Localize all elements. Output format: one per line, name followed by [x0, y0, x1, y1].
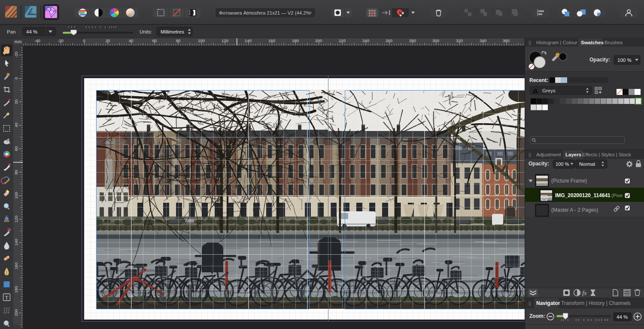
svg-text:Navigator: Navigator	[536, 300, 560, 306]
svg-text:20: 20	[106, 38, 110, 43]
svg-text:360: 360	[503, 38, 510, 43]
svg-text:Фотокнига Atmosfera 21x21 — V2: Фотокнига Atmosfera 21x21 — V2 (44.2%	[219, 10, 310, 15]
svg-text:0: 0	[14, 77, 18, 79]
svg-text:44 %: 44 %	[26, 29, 37, 34]
svg-text:40: 40	[129, 38, 134, 43]
svg-text:120: 120	[222, 38, 228, 43]
svg-text:(Pixe: (Pixe	[611, 193, 623, 198]
svg-text:100: 100	[14, 192, 18, 199]
svg-text:80: 80	[176, 38, 181, 43]
svg-text:fx: fx	[582, 289, 587, 296]
svg-text:200: 200	[14, 309, 18, 316]
svg-text:40: 40	[14, 123, 18, 128]
svg-text:||: ||	[529, 301, 531, 306]
svg-text:120: 120	[14, 216, 18, 222]
svg-text:280: 280	[409, 38, 416, 43]
svg-text:60: 60	[152, 38, 157, 43]
svg-text:340: 340	[480, 38, 486, 43]
svg-text:80: 80	[14, 170, 18, 175]
svg-text:260: 260	[386, 38, 392, 43]
svg-text:180: 180	[14, 286, 18, 293]
svg-text:140: 140	[245, 38, 252, 43]
svg-text:140: 140	[14, 239, 18, 246]
svg-text:180: 180	[292, 38, 299, 43]
svg-text:IMG_20200120_114641: IMG_20200120_114641	[555, 192, 611, 198]
svg-text:320: 320	[456, 38, 463, 43]
svg-text:160: 160	[14, 262, 18, 269]
svg-text:160: 160	[268, 38, 275, 43]
svg-text:60: 60	[14, 146, 18, 151]
svg-text:220: 220	[339, 38, 346, 43]
svg-text:-40: -40	[34, 38, 40, 43]
svg-text:-20: -20	[58, 38, 64, 43]
svg-text:200: 200	[315, 38, 322, 43]
svg-text:0: 0	[83, 38, 85, 43]
svg-text:100: 100	[198, 38, 205, 43]
svg-text:(Picture Frame): (Picture Frame)	[551, 178, 587, 184]
svg-text:Transform | History | Channels: Transform | History | Channels	[561, 300, 631, 306]
svg-text:T: T	[5, 295, 9, 301]
svg-text:Millimetres: Millimetres	[161, 29, 184, 34]
svg-text:(Master A - 2 Pages): (Master A - 2 Pages)	[551, 207, 598, 213]
svg-text:Zoom:: Zoom:	[529, 313, 545, 319]
svg-text:Units:: Units:	[140, 29, 152, 34]
svg-text:300: 300	[432, 38, 439, 43]
svg-text:Pan: Pan	[7, 29, 15, 34]
svg-text:-20: -20	[14, 52, 18, 58]
svg-text:44 %: 44 %	[617, 314, 628, 320]
svg-text:*: *	[310, 10, 312, 17]
svg-text:240: 240	[362, 38, 369, 43]
svg-text:20: 20	[14, 100, 18, 104]
